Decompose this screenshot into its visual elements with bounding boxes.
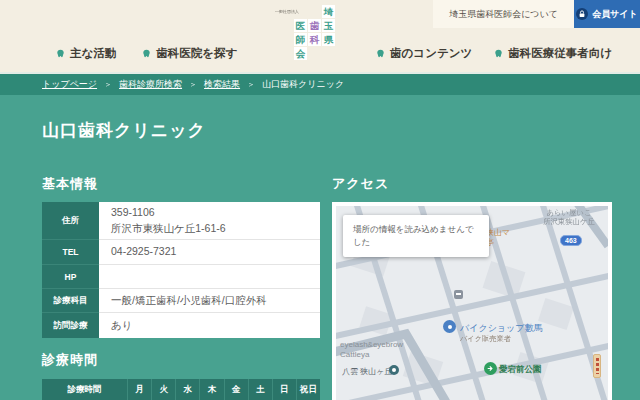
page-title: 山口歯科クリニック: [42, 119, 206, 142]
day-header: 日: [273, 379, 297, 400]
table-row-departments: 診療科目 一般/矯正歯科/小児歯科/口腔外科: [42, 289, 320, 313]
logo-char: 歯: [308, 19, 321, 32]
map-error-popup: 場所の情報を読み込めませんでした: [343, 215, 489, 257]
breadcrumb: トップページ ＞ 歯科診療所検索 ＞ 検索結果 ＞ 山口歯科クリニック: [0, 72, 640, 95]
member-site-label: 会員サイト: [592, 8, 638, 21]
logo-column-shika: 歯 科: [308, 19, 321, 46]
map-container: あらい屋いこ 所沢東狭山ケ丘 463 狭山マ亭 バイクショップ數馬 バイク販売業…: [332, 202, 612, 400]
main-content: 山口歯科クリニック 基本情報 住所 359-1106 所沢市東狭山ケ丘1-61-…: [0, 95, 640, 400]
yakumo-label: 八雲 狭山ヶ丘: [342, 366, 392, 377]
logo-char: 医: [294, 19, 307, 32]
map-area-label: あらい屋いこ 所沢東狭山ケ丘: [536, 209, 602, 227]
tooth-icon: [494, 49, 503, 58]
hours-col-header: 診療時間: [42, 379, 128, 400]
page-root: 埼玉県歯科医師会について 会員サイト 一般社団法人 医 師 会 歯 科 埼 玉: [0, 0, 640, 400]
nav-label: 歯科医院を探す: [156, 46, 237, 61]
tooth-icon: [142, 49, 151, 58]
bike-shop-sublabel: バイク販売業者: [460, 334, 511, 344]
logo-char: 会: [294, 47, 307, 60]
row-value: 359-1106 所沢市東狭山ケ丘1-61-6: [99, 202, 320, 240]
nav-right-group: 歯のコンテンツ 歯科医療従事者向け: [376, 46, 612, 61]
logo-char: 埼: [322, 5, 335, 18]
bike-shop-pin-icon: [443, 320, 456, 333]
about-association-link[interactable]: 埼玉県歯科医師会について: [433, 0, 574, 28]
day-header: 木: [200, 379, 224, 400]
park-label[interactable]: 愛宕前公園: [499, 364, 542, 376]
logo-char: 師: [294, 33, 307, 46]
breadcrumb-separator: ＞: [189, 79, 197, 90]
bus-stop-icon: [454, 290, 463, 299]
table-row-tel: TEL 04-2925-7321: [42, 240, 320, 265]
eyelash-salon-label: eyelash&eyebrow Cattleya: [340, 340, 420, 361]
nav-label: 歯科医療従事者向け: [508, 46, 612, 61]
table-row-home-visit: 訪問診療 あり: [42, 313, 320, 338]
day-header: 火: [152, 379, 176, 400]
day-header: 祝日: [297, 379, 320, 400]
row-value: 一般/矯正歯科/小児歯科/口腔外科: [99, 289, 320, 313]
day-header: 土: [249, 379, 273, 400]
table-row-address: 住所 359-1106 所沢市東狭山ケ丘1-61-6: [42, 202, 320, 240]
google-map[interactable]: あらい屋いこ 所沢東狭山ケ丘 463 狭山マ亭 バイクショップ數馬 バイク販売業…: [336, 206, 608, 400]
row-label: 診療科目: [42, 289, 99, 313]
map-restaurant-label: 狭山マ亭: [486, 228, 512, 249]
nav-left-group: 主な活動 歯科医院を探す: [56, 46, 237, 61]
logo-column-ishikai: 医 師 会: [294, 19, 307, 60]
table-row-hp: HP: [42, 265, 320, 289]
site-header: 埼玉県歯科医師会について 会員サイト 一般社団法人 医 師 会 歯 科 埼 玉: [0, 0, 640, 72]
access-heading: アクセス: [332, 175, 389, 193]
day-header: 水: [176, 379, 200, 400]
yakumo-pin-icon: [389, 365, 399, 375]
nav-item-find-clinic[interactable]: 歯科医院を探す: [142, 46, 237, 61]
logo-char: 県: [322, 33, 335, 46]
nav-item-tooth-contents[interactable]: 歯のコンテンツ: [376, 46, 472, 61]
row-label: TEL: [42, 240, 99, 265]
tooth-icon: [56, 49, 65, 58]
breadcrumb-current: 山口歯科クリニック: [262, 78, 344, 91]
logo-char: 玉: [322, 19, 335, 32]
shrine-marker: [593, 354, 601, 378]
row-value: 04-2925-7321: [99, 240, 320, 265]
nav-item-professionals[interactable]: 歯科医療従事者向け: [494, 46, 612, 61]
row-label: 訪問診療: [42, 313, 99, 338]
tooth-icon: [376, 49, 385, 58]
nav-item-main-activities[interactable]: 主な活動: [56, 46, 116, 61]
nav-label: 歯のコンテンツ: [390, 46, 472, 61]
row-value: [99, 265, 320, 289]
park-pin-icon: [484, 362, 497, 375]
breadcrumb-home-link[interactable]: トップページ: [42, 78, 97, 91]
nav-label: 主な活動: [70, 46, 116, 61]
hours-table-header: 診療時間 月 火 水 木 金 土 日 祝日: [42, 379, 320, 400]
logo-column-saitama: 埼 玉 県: [322, 5, 335, 46]
breadcrumb-separator: ＞: [104, 79, 112, 90]
breadcrumb-results-link[interactable]: 検索結果: [204, 78, 240, 91]
row-label: 住所: [42, 202, 99, 240]
day-header: 月: [128, 379, 152, 400]
logo-char: 科: [308, 33, 321, 46]
day-header: 金: [225, 379, 249, 400]
hours-heading: 診療時間: [42, 351, 98, 369]
basic-info-heading: 基本情報: [42, 175, 98, 193]
association-logo[interactable]: 一般社団法人 医 師 会 歯 科 埼 玉 県: [277, 4, 339, 70]
lock-icon: [576, 8, 588, 20]
route-463-badge: 463: [560, 235, 582, 246]
corporate-type-label: 一般社団法人: [275, 9, 299, 15]
breadcrumb-separator: ＞: [247, 79, 255, 90]
row-value: あり: [99, 313, 320, 338]
breadcrumb-search-link[interactable]: 歯科診療所検索: [119, 78, 182, 91]
row-label: HP: [42, 265, 99, 289]
basic-info-table: 住所 359-1106 所沢市東狭山ケ丘1-61-6 TEL 04-2925-7…: [42, 202, 320, 338]
member-site-button[interactable]: 会員サイト: [574, 0, 640, 28]
